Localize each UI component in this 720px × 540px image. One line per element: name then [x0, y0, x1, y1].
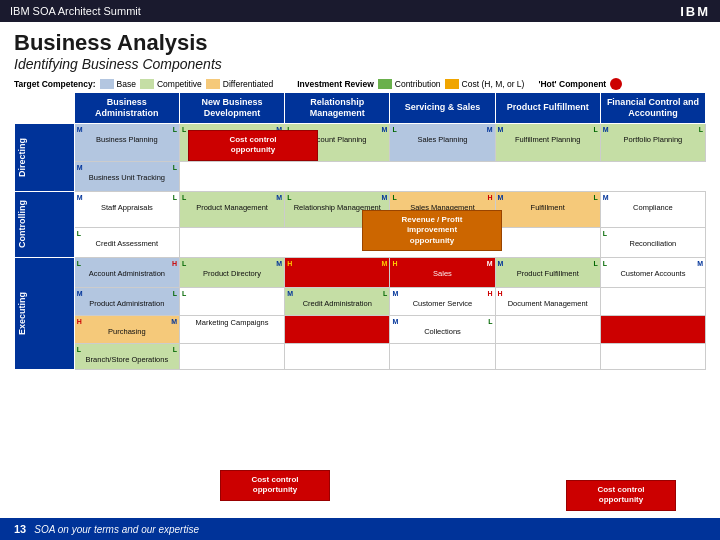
main-grid: Business Administration New Business Dev…	[14, 92, 706, 370]
cell-account-administration: LH Account Administration	[74, 257, 179, 287]
top-bar-title: IBM SOA Architect Summit	[10, 5, 141, 17]
top-bar: IBM SOA Architect Summit IBM	[0, 0, 720, 22]
cost-control-overlay-cell	[179, 161, 705, 191]
cell-customer-accounts: LM Customer Accounts	[600, 257, 705, 287]
col-header-relationship: Relationship Management	[285, 93, 390, 124]
page-header: Business Analysis Identifying Business C…	[0, 22, 720, 76]
cell-empty-2	[600, 287, 705, 315]
overlay-cost-control-2: Cost controlopportunity	[220, 470, 330, 501]
col-header-financial: Financial Control and Accounting	[600, 93, 705, 124]
cell-label: Business Planning	[77, 135, 177, 144]
cell-business-unit-tracking: ML Business Unit Tracking	[74, 161, 179, 191]
overlay-revenue-profit: Revenue / Profitimprovementopportunity	[362, 210, 502, 251]
col-header-product-fulfillment: Product Fulfillment	[495, 93, 600, 124]
legend-cost: Cost (H, M, or L)	[445, 79, 525, 89]
cell-empty-4	[179, 343, 284, 369]
cell-purchasing: HM Purchasing	[74, 315, 179, 343]
cell-credit-admin: ML Credit Administration	[285, 287, 390, 315]
competitive-color	[140, 79, 154, 89]
cost-color	[445, 79, 459, 89]
cell-marketing: Marketing Campaigns	[179, 315, 284, 343]
cell-empty-8	[600, 343, 705, 369]
cell-hot3	[600, 315, 705, 343]
cell-portfolio-planning: ML Portfolio Planning	[600, 123, 705, 161]
competitive-label: Competitive	[157, 79, 202, 89]
col-header-new-business: New Business Development	[179, 93, 284, 124]
cell-customer-service: MH Customer Service	[390, 287, 495, 315]
cell-fulfillment: ML Fulfillment	[495, 191, 600, 227]
cell-empty-7	[495, 343, 600, 369]
cell-staff-appraisals: ML Staff Appraisals	[74, 191, 179, 227]
ibm-logo: IBM	[680, 4, 710, 19]
col-header-business-admin: Business Administration	[74, 93, 179, 124]
cell-empty-5	[285, 343, 390, 369]
cell-compliance: M Compliance	[600, 191, 705, 227]
row-header-directing: Directing	[15, 123, 75, 191]
page-subtitle: Identifying Business Components	[14, 56, 706, 72]
contribution-label: Contribution	[395, 79, 441, 89]
cell-credit-assessment: L Credit Assessment	[74, 227, 179, 257]
cell-empty-6	[390, 343, 495, 369]
footer-page-num: 13	[14, 523, 26, 535]
legend-bar: Target Competency: Base Competitive Diff…	[0, 76, 720, 92]
cell-reconciliation: L Reconciliation	[600, 227, 705, 257]
cell-collections: ML Collections	[390, 315, 495, 343]
target-label: Target Competency:	[14, 79, 96, 89]
footer-bar: 13 SOA on your terms and our expertise	[0, 518, 720, 540]
legend-base: Base	[100, 79, 136, 89]
cell-document-management: H Document Management	[495, 287, 600, 315]
page-title: Business Analysis	[14, 30, 706, 56]
hot-label: 'Hot' Component	[538, 79, 606, 89]
base-color	[100, 79, 114, 89]
cell-hot2	[285, 315, 390, 343]
cell-product-administration: ML Product Administration	[74, 287, 179, 315]
cell-product-management: LM Product Management	[179, 191, 284, 227]
hot-component-row: 'Hot' Component	[538, 78, 622, 90]
overlay-cost-control-1: Cost controlopportunity	[188, 130, 318, 161]
grid-container: Business Administration New Business Dev…	[0, 92, 720, 370]
overlay-cost-control-3: Cost controlopportunity	[566, 480, 676, 511]
hot-dot	[610, 78, 622, 90]
row-header-controlling: Controlling	[15, 191, 75, 257]
cell-empty-1: L	[179, 287, 284, 315]
cost-label: Cost (H, M, or L)	[462, 79, 525, 89]
legend-competitive: Competitive	[140, 79, 202, 89]
cell-product-directory: LM Product Directory	[179, 257, 284, 287]
col-header-servicing: Servicing & Sales	[390, 93, 495, 124]
cell-business-planning: ML Business Planning	[74, 123, 179, 161]
differentiated-label: Differentiated	[223, 79, 273, 89]
cell-empty-3	[495, 315, 600, 343]
footer-text: SOA on your terms and our expertise	[34, 524, 199, 535]
row-header-executing: Executing	[15, 257, 75, 369]
legend-differentiated: Differentiated	[206, 79, 273, 89]
cell-fulfillment-planning: ML Fulfillment Planning	[495, 123, 600, 161]
cell-branch-ops: LL Branch/Store Operations	[74, 343, 179, 369]
cell-product-fulfillment: ML Product Fulfillment	[495, 257, 600, 287]
cell-sales-red: HM Sales	[390, 257, 495, 287]
contribution-color	[378, 79, 392, 89]
cell-hot1: HM	[285, 257, 390, 287]
investment-label: Investment Review	[297, 79, 374, 89]
differentiated-color	[206, 79, 220, 89]
base-label: Base	[117, 79, 136, 89]
legend-contribution: Contribution	[378, 79, 441, 89]
cell-sales-planning: LM Sales Planning	[390, 123, 495, 161]
